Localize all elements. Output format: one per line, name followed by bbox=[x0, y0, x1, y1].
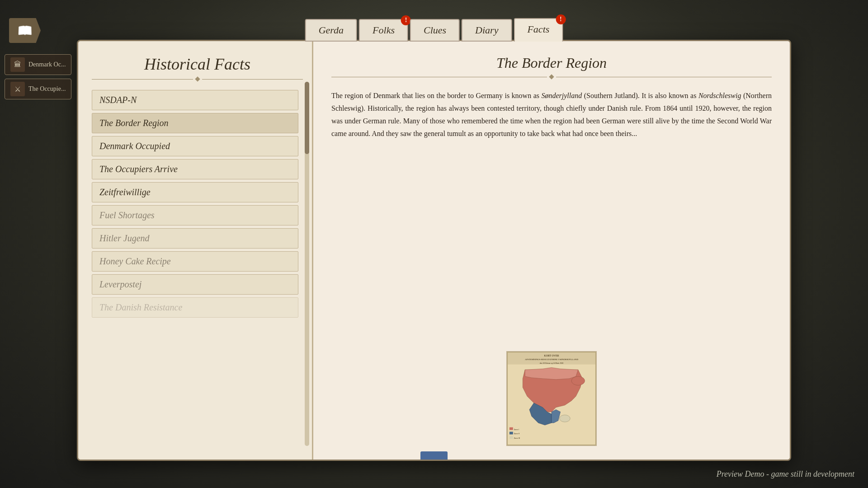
facts-badge: ! bbox=[556, 14, 566, 24]
fact-detail-content: The region of Denmark that lies on the b… bbox=[331, 89, 772, 342]
svg-text:den 10 Februar og 14 Marts 192: den 10 Februar og 14 Marts 1920 bbox=[540, 362, 563, 364]
tab-clues[interactable]: Clues bbox=[410, 19, 460, 42]
sidebar-label-denmark: Denmark Oc... bbox=[28, 61, 66, 68]
fact-item-honey-cake[interactable]: Honey Cake Recipe bbox=[92, 251, 298, 272]
right-divider-diamond bbox=[549, 74, 554, 79]
tab-folks[interactable]: Folks ! bbox=[359, 19, 408, 42]
map-frame: KORT OVER AFSTEMNINGS-RESULTATERNE I SØN… bbox=[506, 351, 597, 446]
fact-item-danish-resistance[interactable]: The Danish Resistance bbox=[92, 297, 298, 318]
content-italic-1: Sønderjylland bbox=[541, 92, 582, 99]
svg-text:Zone III: Zone III bbox=[514, 437, 520, 439]
svg-text:Zone II: Zone II bbox=[514, 432, 519, 435]
fact-item-border-region[interactable]: The Border Region bbox=[92, 113, 298, 133]
svg-point-6 bbox=[560, 415, 571, 422]
scroll-thumb[interactable] bbox=[305, 82, 309, 154]
folks-badge: ! bbox=[401, 15, 411, 25]
book-left-page: Historical Facts NSDAP-N The Border Regi… bbox=[78, 41, 313, 460]
svg-rect-9 bbox=[509, 432, 513, 435]
fact-item-fuel-shortages[interactable]: Fuel Shortages bbox=[92, 205, 298, 225]
fact-item-occupiers-arrive[interactable]: The Occupiers Arrive bbox=[92, 159, 298, 179]
content-plain-1: The region of Denmark that lies on the b… bbox=[331, 92, 541, 99]
notif-icon-denmark: 🏛 bbox=[10, 57, 25, 72]
tab-gerda[interactable]: Gerda bbox=[305, 19, 357, 42]
sidebar-item-occupiers[interactable]: ⚔ The Occupie... bbox=[5, 79, 71, 99]
tab-gerda-label: Gerda bbox=[319, 24, 344, 36]
fact-item-zeitfreiwillige[interactable]: Zeitfreiwillige bbox=[92, 182, 298, 202]
fact-item-denmark-occupied[interactable]: Denmark Occupied bbox=[92, 136, 298, 156]
svg-point-5 bbox=[571, 376, 585, 385]
svg-rect-11 bbox=[509, 436, 513, 439]
book-icon-button[interactable] bbox=[9, 18, 41, 43]
content-italic-2: Nordschleswig bbox=[698, 92, 741, 99]
svg-text:Zone I: Zone I bbox=[514, 428, 519, 431]
scroll-track[interactable] bbox=[305, 82, 309, 446]
fact-item-hitler-jugend[interactable]: Hitler Jugend bbox=[92, 228, 298, 249]
tab-facts-label: Facts bbox=[527, 23, 549, 35]
map-svg: KORT OVER AFSTEMNINGS-RESULTATERNE I SØN… bbox=[507, 352, 596, 445]
tab-facts[interactable]: Facts ! bbox=[514, 18, 563, 42]
facts-list: NSDAP-N The Border Region Denmark Occupi… bbox=[92, 90, 303, 450]
bottom-tab-indicator bbox=[420, 451, 448, 460]
notif-icon-occupiers: ⚔ bbox=[10, 82, 25, 96]
left-title-divider bbox=[92, 77, 303, 81]
book-right-page: ✕ The Border Region The region of Denmar… bbox=[313, 41, 790, 460]
tab-diary[interactable]: Diary bbox=[462, 19, 512, 42]
navigation-tabs: Gerda Folks ! Clues Diary Facts ! bbox=[305, 18, 563, 42]
content-mid: (Southern Jutland). It is also known as bbox=[582, 92, 698, 99]
book-container: Historical Facts NSDAP-N The Border Regi… bbox=[77, 40, 791, 461]
svg-text:KORT OVER: KORT OVER bbox=[544, 354, 559, 357]
divider-diamond bbox=[195, 76, 200, 81]
preview-demo-text: Preview Demo - game still in development bbox=[717, 469, 854, 479]
sidebar-item-denmark-occupied[interactable]: 🏛 Denmark Oc... bbox=[5, 54, 71, 75]
fact-detail-title: The Border Region bbox=[331, 55, 772, 71]
left-page-title: Historical Facts bbox=[92, 55, 303, 74]
sidebar-label-occupiers: The Occupie... bbox=[28, 85, 66, 93]
sidebar-notifications: 🏛 Denmark Oc... ⚔ The Occupie... bbox=[5, 54, 71, 99]
fact-item-nsdap-n[interactable]: NSDAP-N bbox=[92, 90, 298, 110]
map-container: KORT OVER AFSTEMNINGS-RESULTATERNE I SØN… bbox=[331, 351, 772, 446]
right-title-divider bbox=[331, 75, 772, 79]
tab-clues-label: Clues bbox=[424, 24, 446, 36]
fact-item-leverpostej[interactable]: Leverpostej bbox=[92, 274, 298, 295]
tab-diary-label: Diary bbox=[475, 24, 498, 36]
svg-text:AFSTEMNINGS-RESULTATERNE I SØN: AFSTEMNINGS-RESULTATERNE I SØNDERJYLLAND bbox=[525, 358, 578, 361]
book-icon bbox=[9, 18, 41, 43]
svg-rect-7 bbox=[509, 427, 513, 430]
tab-folks-label: Folks bbox=[373, 24, 395, 36]
